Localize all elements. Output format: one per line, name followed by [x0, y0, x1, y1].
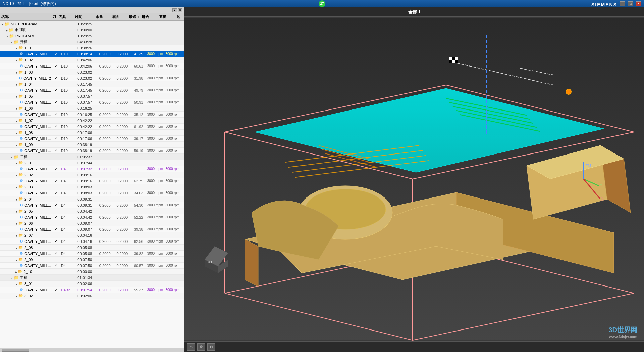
expand-icon[interactable] [15, 197, 18, 201]
expand-icon[interactable] [15, 282, 18, 286]
tree-row[interactable]: 📂 2_08 00:05:08 [0, 245, 184, 251]
panel-scrollbar[interactable] [0, 348, 184, 352]
row-name: ⚙ CAVITY_MILL... [0, 263, 52, 268]
expand-icon[interactable] [15, 46, 18, 50]
row-tool-num: ✓ [52, 64, 61, 68]
tree-row[interactable]: 📂 1_02 00:42:06 [0, 57, 184, 63]
expand-icon[interactable] [15, 70, 18, 74]
tree-row[interactable]: 📂 2_06 00:09:07 [0, 220, 184, 226]
tree-row[interactable]: 📂 2_10 00:00:00 [0, 269, 184, 275]
expand-icon[interactable] [15, 209, 18, 213]
tree-row[interactable]: ⚙ CAVITY_MILL... ✓D1000:17:450.20000.200… [0, 87, 184, 93]
tree-row[interactable]: 📁 二粗 01:05:37 [0, 154, 184, 160]
expand-icon[interactable] [15, 94, 18, 98]
expand-icon[interactable] [1, 22, 4, 26]
tree-row[interactable]: 📂 2_05 00:04:42 [0, 208, 184, 214]
tree-row[interactable]: 📂 1_03 00:23:02 [0, 69, 184, 75]
tree-row[interactable]: ⚙ CAVITY_MILL... ✓D1000:42:060.20000.200… [0, 63, 184, 69]
tree-row[interactable]: 📁 NC_PROGRAM 10:29:25 [0, 21, 184, 27]
tree-row[interactable]: 📂 2_04 00:09:31 [0, 196, 184, 202]
maximize-button[interactable]: □ [628, 1, 633, 6]
tree-row[interactable]: ⚙ CAVITY_MILL... ✓D4B200:01:540.20000.20… [0, 287, 184, 293]
tree-row[interactable]: ⚙ CAVITY_MILL... ✓D400:09:070.20000.2000… [0, 226, 184, 232]
tree-row[interactable]: 📂 1_04 00:17:45 [0, 81, 184, 87]
tree-row[interactable]: ⚙ CAVITY_MILL... ✓D1000:38:140.20000.200… [0, 51, 184, 57]
tree-row[interactable]: ⚙ CAVITY_MILL... ✓D1000:37:570.20000.200… [0, 99, 184, 105]
tree-row[interactable]: ⚙ CAVITY_MILL... ✓D1000:38:190.20000.200… [0, 148, 184, 154]
tree-row[interactable]: 📁 未用项 00:00:00 [0, 27, 184, 33]
tree-row[interactable]: ⚙ CAVITY_MILL... ✓D1000:42:220.20000.200… [0, 124, 184, 130]
vp-settings-button[interactable]: ⚙ [197, 343, 205, 351]
row-label: CAVITY_MILL... [24, 252, 51, 256]
expand-icon[interactable] [15, 161, 18, 165]
tree-content[interactable]: 📁 NC_PROGRAM 10:29:25 📁 未用项 00:00:00 📁 P… [0, 21, 184, 348]
tree-row[interactable]: ⚙ CAVITY_MILL... ✓D1000:17:060.20000.200… [0, 136, 184, 142]
tree-row[interactable]: ⚙ CAVITY_MILL... ✓D400:09:310.20000.2000… [0, 202, 184, 208]
viewport-canvas[interactable]: ZM Y X 3D [184, 17, 644, 341]
tree-row[interactable]: 📁 PROGRAM 10:29:25 [0, 33, 184, 39]
expand-icon[interactable] [15, 270, 17, 274]
row-dimian: 0.2000 [116, 191, 134, 195]
panel-collapse-button[interactable]: ▲ [172, 8, 177, 12]
tree-row[interactable]: 📂 1_08 00:17:06 [0, 130, 184, 136]
expand-icon[interactable] [6, 34, 8, 38]
row-jinjei: 3000 mpm [147, 137, 166, 140]
panel-close-button[interactable]: ✕ [178, 8, 182, 12]
svg-rect-30 [449, 60, 452, 63]
expand-icon[interactable] [15, 221, 18, 225]
tree-row[interactable]: 📁 丰精 01:01:34 [0, 275, 184, 281]
row-label: 丰精 [20, 275, 28, 280]
tree-row[interactable]: 📂 1_06 00:16:25 [0, 105, 184, 112]
expand-icon[interactable] [15, 233, 18, 237]
vp-cursor-button[interactable]: ↖ [187, 343, 195, 351]
tree-row[interactable]: ⚙ CAVITY_MILL... ✓D400:04:160.20000.2000… [0, 238, 184, 245]
expand-icon[interactable] [15, 173, 18, 177]
tree-row[interactable]: ⚙ CAVITY_MILL... ✓D400:04:420.20000.2000… [0, 214, 184, 220]
expand-icon[interactable] [15, 258, 18, 262]
tree-row[interactable]: 📂 3_01 00:02:06 [0, 281, 184, 287]
tree-row[interactable]: 📂 2_09 00:07:50 [0, 257, 184, 263]
tree-row[interactable]: 📂 2_01 00:07:44 [0, 160, 184, 166]
tree-row[interactable]: ⚙ CAVITY_MILL... ✓D400:07:320.20000.2000… [0, 166, 184, 172]
tree-row[interactable]: 📂 1_07 00:42:22 [0, 118, 184, 124]
row-name: ⚙ CAVITY_MILL... [0, 148, 52, 153]
tree-row[interactable]: ⚙ CAVITY_MILL_2 ✓D1000:23:020.20000.2000… [0, 75, 184, 81]
tree-row[interactable]: 📂 1_09 00:38:19 [0, 142, 184, 148]
expand-icon[interactable] [15, 106, 18, 111]
tree-row[interactable]: 📁 开粗 04:33:28 [0, 39, 184, 45]
tree-row[interactable]: ⚙ CAVITY_MILL... ✓D400:07:500.20000.2000… [0, 263, 184, 269]
row-label: 2_09 [24, 258, 33, 262]
vp-fit-button[interactable]: ⊡ [207, 343, 215, 351]
tree-row[interactable]: 📂 1_01 00:38:26 [0, 45, 184, 51]
expand-icon[interactable] [15, 82, 18, 86]
expand-icon[interactable] [11, 155, 13, 159]
expand-icon[interactable] [15, 119, 18, 123]
expand-icon[interactable] [6, 28, 8, 32]
tree-row[interactable]: 📂 2_07 00:04:16 [0, 232, 184, 238]
expand-icon[interactable] [15, 58, 18, 62]
close-button[interactable]: ✕ [636, 1, 641, 6]
svg-marker-8 [245, 239, 258, 287]
tree-row[interactable]: 📂 2_02 00:09:16 [0, 172, 184, 178]
tree-row[interactable]: 📂 3_02 00:02:06 [0, 293, 184, 299]
expand-icon[interactable] [15, 143, 18, 147]
tree-row[interactable]: ⚙ CAVITY_MILL... ✓D400:08:030.20000.2000… [0, 190, 184, 196]
expand-icon[interactable] [15, 294, 18, 298]
tree-row[interactable]: 📂 1_05 00:37:57 [0, 93, 184, 99]
tree-row[interactable]: 📂 2_03 00:08:03 [0, 184, 184, 190]
row-jinjei: 3000 mpm [147, 167, 166, 171]
expand-icon[interactable] [15, 185, 18, 189]
horizontal-scrollbar-thumb[interactable] [2, 349, 29, 352]
row-jinjei: 3000 mpm [147, 252, 166, 255]
minimize-button[interactable]: _ [620, 1, 625, 6]
expand-icon[interactable] [11, 276, 13, 280]
expand-icon[interactable] [15, 246, 18, 250]
row-name: ⚙ CAVITY_MILL... [0, 178, 52, 183]
row-name: 📂 2_05 [0, 209, 52, 214]
expand-icon[interactable] [15, 131, 18, 135]
tree-row[interactable]: ⚙ CAVITY_MILL... ✓D400:05:080.20000.2000… [0, 251, 184, 257]
tree-row[interactable]: ⚙ CAVITY_MILL... ✓D1000:16:250.20000.200… [0, 112, 184, 118]
tree-row[interactable]: ⚙ CAVITY_MILL... ✓D400:09:160.20000.2000… [0, 178, 184, 184]
expand-icon[interactable] [11, 40, 13, 44]
row-dimian: 0.2000 [116, 215, 134, 219]
